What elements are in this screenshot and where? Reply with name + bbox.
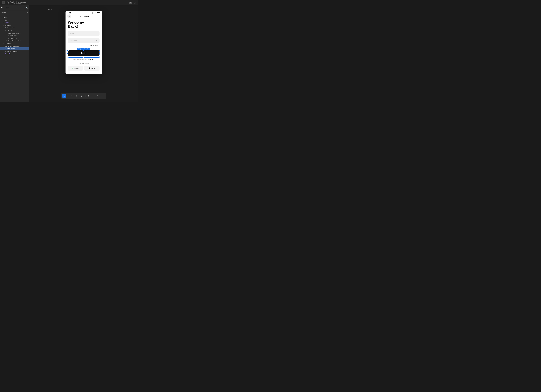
app-subtitle: Do's and don'ts Guidelines xyxy=(7,3,27,4)
pen-tool-group: ▾ xyxy=(80,94,85,98)
phone-mockup: 9:41 ▌▌▌ xyxy=(66,11,102,74)
components-tool[interactable] xyxy=(95,94,99,98)
layer-button-root[interactable]: + Button xyxy=(0,19,29,21)
layer-container-1[interactable]: ≡ Container xyxy=(0,24,29,27)
register-link[interactable]: Register xyxy=(88,59,94,61)
layer-label: Input Fields xyxy=(10,35,16,36)
forgot-password-text[interactable]: Forgot Password xyxy=(68,44,99,46)
layer-icon-diamond2: ◇ xyxy=(3,53,5,55)
layer-status-bar[interactable]: ◇ Status Bar xyxy=(0,53,29,55)
main-layout: File Assets 🔍 › Pages + ▾ Layers + Butto… xyxy=(0,5,138,102)
top-bar-left: ⊞ ▾ New Tagging Components List ▾ Do's a… xyxy=(2,1,27,4)
layer-container-2[interactable]: ≡ Container xyxy=(0,29,29,32)
layer-label: Container xyxy=(5,25,11,26)
layer-label: Call to Action Container xyxy=(5,45,19,47)
select-tool-group: ▲ ▾ xyxy=(62,94,67,98)
layer-input-fields-1[interactable]: ⣿ Input Fields xyxy=(0,34,29,37)
bubble-tool[interactable]: ○ xyxy=(91,94,95,98)
svg-rect-1 xyxy=(99,12,100,13)
layer-label: Button xyxy=(4,19,7,21)
frame-tool-chevron[interactable]: ▾ xyxy=(73,95,74,97)
layer-icon-lines5: ≡ xyxy=(3,46,5,47)
text-tool[interactable]: T xyxy=(87,94,90,98)
layer-icon-lines3: ≡ xyxy=(6,32,8,34)
layer-topbar[interactable]: ◇ TopBar xyxy=(0,21,29,24)
select-tool[interactable]: ▲ xyxy=(62,94,66,98)
app-title: New Tagging Components List xyxy=(7,1,26,3)
layer-icon-grid1: ⣿ xyxy=(8,35,9,36)
top-bar-right: A? ⬚ xyxy=(129,2,136,4)
frame-tool[interactable]: # xyxy=(69,94,73,98)
layer-welcome-text[interactable]: T Welcome Text xyxy=(0,27,29,29)
apple-icon xyxy=(89,67,90,69)
apple-button[interactable]: Apple xyxy=(84,66,99,71)
canvas-label: Button xyxy=(48,9,52,10)
phone-status-bar: 9:41 ▌▌▌ xyxy=(66,11,102,14)
layout-btn[interactable]: ⬚ xyxy=(133,2,136,4)
handle-tl[interactable] xyxy=(67,50,68,51)
layers-title: Layers xyxy=(3,16,7,18)
login-button[interactable]: Login xyxy=(68,50,99,56)
password-input[interactable]: Password 👁 xyxy=(68,38,99,43)
app-logo[interactable]: ⊞ xyxy=(2,1,5,4)
layer-input-fields-2[interactable]: ⣿ Input Fields xyxy=(0,37,29,40)
layer-label: TopBar xyxy=(5,22,9,23)
layer-icon-t2: T xyxy=(6,40,8,41)
pages-chevron: › xyxy=(1,12,2,13)
tab-file[interactable]: File xyxy=(1,6,4,9)
search-icon[interactable]: 🔍 xyxy=(26,7,28,9)
pen-tool-chevron[interactable]: ▾ xyxy=(84,95,85,97)
handle-bm[interactable] xyxy=(83,57,84,58)
layer-input-fields-container[interactable]: ≡ Input Fields Container xyxy=(0,32,29,34)
canvas-area: Button 9:41 ▌▌▌ xyxy=(29,5,138,102)
layers-chevron: ▾ xyxy=(1,17,2,18)
battery-icon xyxy=(97,12,100,14)
top-bar: ⊞ ▾ New Tagging Components List ▾ Do's a… xyxy=(0,0,138,5)
pages-section: › Pages + xyxy=(0,10,29,15)
pages-add-btn[interactable]: + xyxy=(26,11,28,14)
code-tool[interactable]: </> xyxy=(101,94,105,98)
layers-section: ▾ Layers + Button ◇ TopBar ≡ Container T… xyxy=(0,15,29,102)
handle-tr[interactable] xyxy=(99,50,100,51)
separator-3 xyxy=(100,95,100,97)
layer-icon-grid3: ⣿ xyxy=(5,48,6,50)
register-row: Don't have an account? Register xyxy=(68,59,99,61)
layer-icon-lines4: ≡ xyxy=(3,43,5,44)
logo-dropdown[interactable]: ▾ xyxy=(6,2,6,4)
google-button[interactable]: Google xyxy=(68,66,83,71)
pages-label[interactable]: › Pages xyxy=(1,12,6,13)
layer-label: Status Bar xyxy=(5,53,11,55)
ai-btn[interactable]: A? xyxy=(129,2,132,4)
svg-line-3 xyxy=(81,96,82,97)
tab-assets[interactable]: Assets xyxy=(5,7,10,9)
sidebar-tabs: File Assets 🔍 xyxy=(0,5,29,10)
handle-br[interactable] xyxy=(99,57,100,58)
select-tool-chevron[interactable]: ▾ xyxy=(66,95,67,97)
title-chevron: ▾ xyxy=(27,1,27,3)
layer-register-container[interactable]: ⣿ Register Container xyxy=(0,50,29,53)
handle-bl[interactable] xyxy=(67,57,68,58)
layer-container-3[interactable]: ≡ Container xyxy=(0,42,29,45)
name-input[interactable]: Name xyxy=(68,31,99,36)
app-title-row: New Tagging Components List ▾ xyxy=(7,1,27,3)
frame-tool-group: # ▾ xyxy=(69,94,74,98)
layer-label: Button:Button xyxy=(7,48,15,50)
svg-rect-0 xyxy=(97,12,99,13)
layer-cta-container[interactable]: ≡ Call to Action Container xyxy=(0,45,29,47)
layer-button-button[interactable]: ⣿ Button:Button xyxy=(0,47,29,50)
login-btn-wrapper: Fill (343) × Hug (52) Login xyxy=(68,50,99,57)
layer-icon-t: T xyxy=(5,27,6,29)
rect-tool-chevron[interactable]: ▾ xyxy=(78,95,79,97)
pen-tool[interactable] xyxy=(80,94,84,98)
layer-icon-diamond: ◇ xyxy=(3,22,5,23)
layer-icon-grid4: ⣿ xyxy=(5,51,6,52)
back-button[interactable]: ← xyxy=(67,15,71,18)
layer-icon-plus: + xyxy=(1,20,3,21)
layer-forgot-password[interactable]: T Forgot Password Text xyxy=(0,40,29,42)
rect-tool-group: □ ▾ xyxy=(74,94,79,98)
layer-label: Input Fields Container xyxy=(8,32,21,34)
social-buttons: Google Apple xyxy=(68,66,99,71)
eye-icon[interactable]: 👁 xyxy=(96,39,98,41)
rect-tool[interactable]: □ xyxy=(74,94,78,98)
layer-label: Forgot Password Text xyxy=(8,40,21,42)
